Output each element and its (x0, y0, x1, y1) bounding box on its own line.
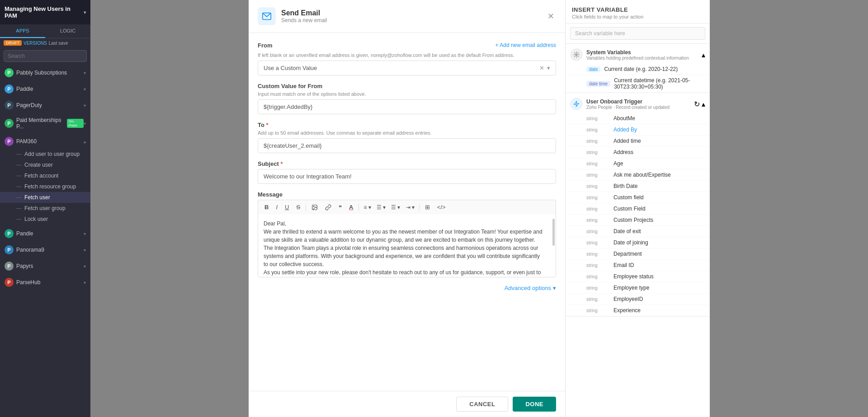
app-title: Managing New Users in PAM (5, 5, 81, 19)
list-ul-dropdown[interactable]: ☰ ▾ (375, 203, 387, 211)
message-editor[interactable]: Dear Pal, We are thrilled to extend a wa… (258, 214, 556, 277)
paid-chevron-icon: ▾ (84, 121, 86, 126)
parsehub-chevron-icon: ▾ (84, 280, 86, 285)
tab-logic[interactable]: LOGIC (45, 24, 90, 38)
var-customprojects-label: Custom Projects (613, 217, 653, 223)
advanced-options-link[interactable]: Advanced options ▾ (505, 285, 556, 291)
indent-dropdown[interactable]: ⇥ ▾ (404, 203, 416, 211)
done-button[interactable]: DONE (513, 397, 556, 412)
var-customfield1[interactable]: string Custom field (566, 192, 710, 203)
var-datejoining[interactable]: string Date of joining (566, 237, 710, 248)
advanced-options-row[interactable]: Advanced options ▾ (258, 285, 556, 291)
papyrs-chevron-icon: ▾ (84, 264, 86, 269)
from-select[interactable]: Use a Custom Value ✕ ▾ (258, 61, 556, 75)
var-employeeid[interactable]: string EmployeeID (566, 294, 710, 305)
datetime-badge: date time (586, 81, 610, 87)
sidebar-group-pam-header[interactable]: P PAM360 ▴ (0, 134, 90, 149)
tab-apps[interactable]: APPS (0, 24, 45, 38)
dropdown-icon[interactable]: ▾ (547, 65, 550, 71)
sidebar-group-pandle-header[interactable]: P Pandle ▾ (0, 226, 90, 241)
image-button[interactable] (309, 203, 321, 211)
to-input[interactable] (258, 138, 556, 153)
system-variables-header[interactable]: System Variables Variables holding prede… (566, 44, 710, 64)
underline-button[interactable]: U (282, 203, 292, 211)
to-desc: Add up to 50 email addresses. Use commas… (258, 130, 556, 136)
quote-button[interactable]: ❝ (336, 203, 344, 211)
collapse-icon[interactable]: ▴ (702, 51, 705, 59)
trigger-header[interactable]: User Onboard Trigger Zoho People · Recor… (566, 93, 710, 113)
sidebar-group-parsehub-header[interactable]: P ParseHub ▾ (0, 275, 90, 290)
sidebar-group-pagerduty: P PagerDuty ▾ (0, 97, 90, 113)
var-department[interactable]: string Department (566, 248, 710, 260)
sidebar-group-panorama-header[interactable]: P Panorama9 ▾ (0, 243, 90, 257)
subject-input[interactable] (258, 169, 556, 184)
cancel-button[interactable]: CANCEL (456, 397, 508, 412)
code-button[interactable]: </> (434, 203, 448, 211)
search-input[interactable] (4, 50, 87, 62)
sidebar-group-paid-label: Paid Memberships P... On-Prem (16, 117, 84, 130)
pam-icon: P (5, 137, 14, 146)
add-email-link[interactable]: + Add new email address (495, 42, 556, 48)
var-experience[interactable]: string Experience (566, 305, 710, 316)
var-expertise[interactable]: string Ask me about/Expertise (566, 169, 710, 181)
right-panel-body: System Variables Variables holding prede… (566, 44, 710, 417)
modal-panel: Send Email Sends a new email ✕ From + Ad… (249, 0, 565, 417)
sidebar-group-papyrs: P Papyrs ▾ (0, 258, 90, 274)
sidebar-item-fetch-account-label: Fetch account (24, 173, 58, 179)
var-birthdate[interactable]: string Birth Date (566, 181, 710, 192)
scrollbar[interactable] (552, 219, 555, 246)
sidebar-group-paid-header[interactable]: P Paid Memberships P... On-Prem ▾ (0, 114, 90, 132)
main-overlay: Send Email Sends a new email ✕ From + Ad… (90, 0, 868, 417)
bullet-icon: — (16, 205, 22, 211)
italic-button[interactable]: I (273, 203, 280, 211)
bullet-icon: — (16, 216, 22, 222)
app-header[interactable]: Managing New Users in PAM ▾ (0, 0, 90, 24)
sidebar-item-create-user[interactable]: — Create user (0, 159, 90, 170)
sidebar-item-lock-user[interactable]: — Lock user (0, 214, 90, 225)
sidebar-item-add-user-group[interactable]: — Add user to user group (0, 149, 90, 159)
date-var-item[interactable]: date Current date (e.g. 2020-12-22) (566, 64, 710, 75)
var-age[interactable]: string Age (566, 158, 710, 169)
var-addedtime[interactable]: string Added time (566, 136, 710, 147)
list-ol-dropdown[interactable]: ☰ ▾ (389, 203, 402, 211)
var-address[interactable]: string Address (566, 147, 710, 158)
pagerduty-chevron-icon: ▾ (84, 103, 86, 108)
sidebar-item-fetch-user-group[interactable]: — Fetch user group (0, 203, 90, 214)
close-button[interactable]: ✕ (546, 9, 556, 23)
refresh-icon[interactable]: ↻ (694, 100, 700, 108)
custom-value-input[interactable] (258, 99, 556, 114)
link-button[interactable] (322, 203, 334, 211)
sidebar-group-panorama: P Panorama9 ▾ (0, 242, 90, 258)
var-addedby[interactable]: string Added By (566, 124, 710, 136)
var-customprojects[interactable]: string Custom Projects (566, 215, 710, 226)
sidebar-group-pagerduty-header[interactable]: P PagerDuty ▾ (0, 98, 90, 112)
sidebar-group-pably-header[interactable]: P Pabbly Subscriptions ▾ (0, 66, 90, 80)
trigger-collapse-icon[interactable]: ▴ (702, 100, 705, 108)
variable-search-input[interactable] (570, 27, 705, 40)
sidebar-item-fetch-account[interactable]: — Fetch account (0, 170, 90, 181)
sidebar-group-paddle-header[interactable]: P Paddle ▾ (0, 82, 90, 96)
var-emailid[interactable]: string Email ID (566, 260, 710, 271)
bold-button[interactable]: B (262, 203, 271, 211)
var-birthdate-label: Birth Date (613, 183, 637, 189)
sidebar-group-papyrs-header[interactable]: P Papyrs ▾ (0, 259, 90, 273)
datetime-var-item[interactable]: date time Current datetime (e.g. 2021-05… (566, 75, 710, 93)
var-customfield2[interactable]: string Custom Field (566, 203, 710, 215)
sidebar-item-lock-user-label: Lock user (24, 216, 48, 222)
sidebar-item-fetch-user[interactable]: — Fetch user (0, 192, 90, 203)
clear-icon[interactable]: ✕ (539, 65, 544, 71)
papyrs-icon: P (5, 262, 14, 271)
var-addedtime-label: Added time (613, 138, 641, 144)
var-emptype[interactable]: string Employee type (566, 282, 710, 294)
table-button[interactable]: ⊞ (422, 203, 433, 211)
versions-link[interactable]: VERSIONS (24, 41, 47, 46)
sidebar-item-fetch-resource-group[interactable]: — Fetch resource group (0, 181, 90, 192)
align-dropdown[interactable]: ≡ ▾ (362, 203, 373, 211)
strikethrough-button[interactable]: S (293, 203, 303, 211)
var-empstatus[interactable]: string Employee status (566, 271, 710, 282)
color-button[interactable]: A (346, 203, 356, 211)
var-dateexit[interactable]: string Date of exit (566, 226, 710, 237)
bullet-icon: — (16, 194, 22, 201)
var-aboutme[interactable]: string AboutMe (566, 113, 710, 124)
sidebar-group-pam-label: PAM360 (16, 138, 84, 145)
